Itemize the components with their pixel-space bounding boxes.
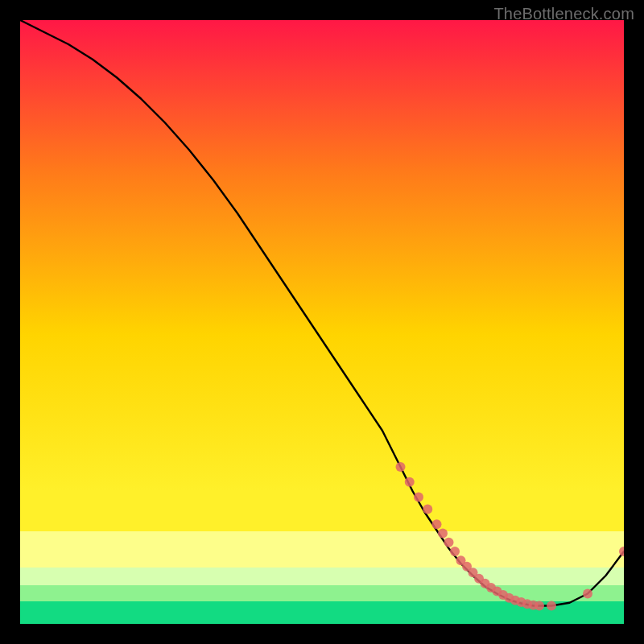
curve-marker [450, 547, 460, 556]
band-green-mid [20, 585, 624, 601]
curve-marker [438, 529, 448, 539]
curve-marker [444, 538, 454, 547]
curve-marker [405, 477, 415, 487]
band-pale-yellow [20, 531, 624, 568]
curve-marker [432, 519, 442, 529]
curve-marker [583, 589, 592, 599]
curve-marker [547, 601, 556, 611]
plot-area [20, 20, 624, 624]
curve-marker [423, 505, 432, 514]
band-green-pale [20, 568, 624, 585]
curve-marker [535, 601, 544, 611]
chart-stage: TheBottleneck.com [0, 0, 644, 644]
chart-svg [20, 20, 624, 624]
curve-marker [414, 493, 423, 502]
curve-marker [396, 462, 406, 472]
